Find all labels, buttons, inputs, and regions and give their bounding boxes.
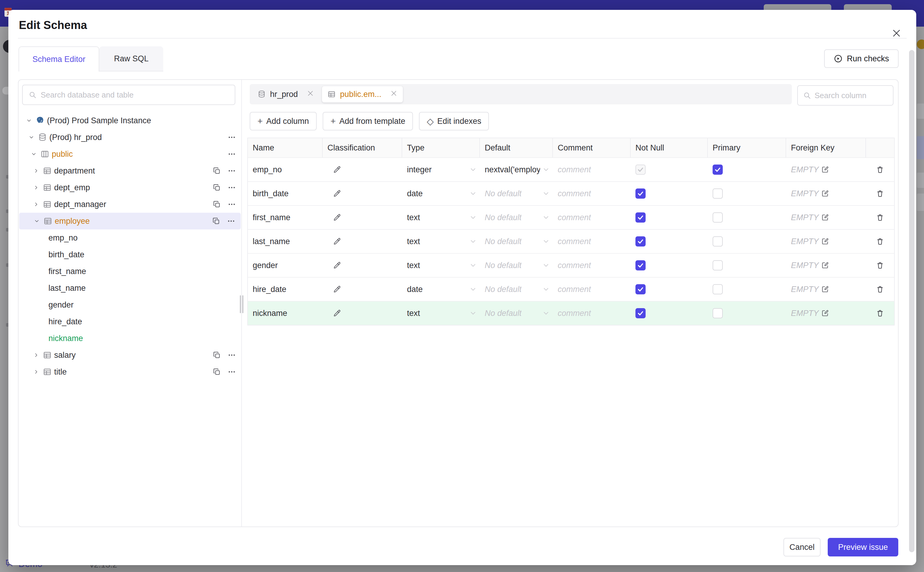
classification-cell[interactable] [322,182,402,205]
more-menu-icon[interactable] [228,368,236,376]
chevron-right-icon[interactable] [33,185,39,191]
copy-icon[interactable] [212,200,221,208]
pencil-icon[interactable] [333,237,341,246]
classification-cell[interactable] [322,158,402,181]
classification-cell[interactable] [322,254,402,277]
default-cell[interactable]: No default [480,302,553,325]
chevron-right-icon[interactable] [33,168,39,174]
tree-item--Prod-Prod-Sample-Instance[interactable]: (Prod) Prod Sample Instance [19,112,241,129]
column-name-cell[interactable]: hire_date [248,278,322,301]
tab-raw-sql[interactable]: Raw SQL [99,47,163,72]
preview-issue-button[interactable]: Preview issue [828,538,898,556]
foreign-key-cell[interactable]: EMPTY [786,158,866,181]
type-cell[interactable]: date [402,182,480,205]
copy-icon[interactable] [212,368,221,376]
tree-item-first_name[interactable]: first_name [19,263,241,280]
chevron-right-icon[interactable] [33,352,39,358]
tree-item-emp_no[interactable]: emp_no [19,230,241,246]
foreign-key-cell[interactable]: EMPTY [786,182,866,205]
delete-row-cell[interactable] [866,278,894,301]
type-cell[interactable]: date [402,278,480,301]
delete-row-cell[interactable] [866,302,894,325]
default-cell[interactable]: No default [480,254,553,277]
run-checks-button[interactable]: Run checks [824,49,899,68]
edit-square-icon[interactable] [821,214,829,221]
add-from-template-button[interactable]: +Add from template [322,112,413,131]
edit-square-icon[interactable] [821,309,829,317]
column-name-cell[interactable]: nickname [248,302,322,325]
classification-cell[interactable] [322,278,402,301]
default-cell[interactable]: No default [480,278,553,301]
tree-item-nickname[interactable]: nickname [19,330,241,347]
delete-row-cell[interactable] [866,206,894,229]
tree-item-salary[interactable]: salary [19,347,241,364]
more-menu-icon[interactable] [228,200,236,208]
pencil-icon[interactable] [333,165,341,174]
copy-icon[interactable] [212,217,220,225]
column-search-input[interactable]: Search column [797,85,893,106]
edit-square-icon[interactable] [821,190,829,197]
tree-item-public[interactable]: public [19,146,241,162]
close-icon[interactable] [307,90,314,99]
comment-cell[interactable]: comment [553,182,631,205]
add-column-button[interactable]: +Add column [250,112,317,131]
panel-resize-handle[interactable] [240,295,243,313]
more-menu-icon[interactable] [228,133,236,141]
tree-search-input[interactable]: Search database and table [22,85,235,105]
trash-icon[interactable] [876,213,884,222]
chevron-down-icon[interactable] [28,134,34,140]
classification-cell[interactable] [322,302,402,325]
chevron-down-icon[interactable] [34,218,40,224]
tab-schema-editor[interactable]: Schema Editor [19,47,99,72]
default-cell[interactable]: No default [480,230,553,253]
tree-item-hire_date[interactable]: hire_date [19,313,241,330]
primary-checkbox[interactable] [713,212,723,222]
edit-square-icon[interactable] [821,285,829,293]
trash-icon[interactable] [876,190,884,198]
tree-item-last_name[interactable]: last_name [19,280,241,297]
tree-item-birth_date[interactable]: birth_date [19,246,241,263]
not-null-checkbox[interactable] [636,236,646,247]
delete-row-cell[interactable] [866,158,894,181]
copy-icon[interactable] [212,351,221,359]
pencil-icon[interactable] [333,261,341,270]
pencil-icon[interactable] [333,309,341,317]
delete-row-cell[interactable] [866,182,894,205]
default-cell[interactable]: No default [480,206,553,229]
comment-cell[interactable]: comment [553,302,631,325]
trash-icon[interactable] [876,285,884,294]
column-name-cell[interactable]: emp_no [248,158,322,181]
more-menu-icon[interactable] [228,166,236,175]
default-cell[interactable]: nextval('employ [480,158,553,181]
tree-item-gender[interactable]: gender [19,297,241,313]
tree-item-dept_manager[interactable]: dept_manager [19,196,241,213]
edit-square-icon[interactable] [821,238,829,245]
default-cell[interactable]: No default [480,182,553,205]
type-cell[interactable]: integer [402,158,480,181]
pencil-icon[interactable] [333,285,341,294]
type-cell[interactable]: text [402,206,480,229]
foreign-key-cell[interactable]: EMPTY [786,230,866,253]
column-name-cell[interactable]: first_name [248,206,322,229]
edit-square-icon[interactable] [821,261,829,269]
not-null-checkbox[interactable] [636,188,646,199]
copy-icon[interactable] [212,166,221,175]
trash-icon[interactable] [876,165,884,174]
classification-cell[interactable] [322,230,402,253]
primary-checkbox[interactable] [713,188,723,199]
edit-indexes-button[interactable]: ◇Edit indexes [419,112,489,131]
foreign-key-cell[interactable]: EMPTY [786,302,866,325]
editor-tab-public.em...[interactable]: public.em... [322,86,403,103]
comment-cell[interactable]: comment [553,158,631,181]
delete-row-cell[interactable] [866,230,894,253]
chevron-right-icon[interactable] [33,201,39,207]
close-icon[interactable] [390,90,397,99]
not-null-checkbox[interactable] [636,284,646,294]
more-menu-icon[interactable] [228,150,236,158]
classification-cell[interactable] [322,206,402,229]
column-name-cell[interactable]: birth_date [248,182,322,205]
primary-checkbox[interactable] [713,236,723,247]
comment-cell[interactable]: comment [553,278,631,301]
tree-item-title[interactable]: title [19,364,241,380]
tree-item-department[interactable]: department [19,162,241,179]
